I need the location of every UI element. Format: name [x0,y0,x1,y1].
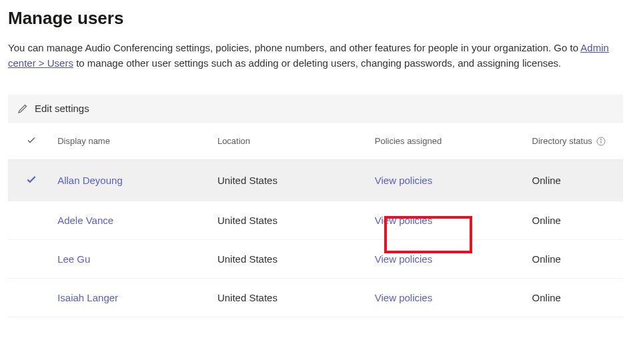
check-icon [26,135,37,147]
user-location: United States [217,215,375,226]
user-status: Online [532,292,623,303]
view-policies-link[interactable]: View policies [375,175,432,186]
column-header-policies[interactable]: Policies assigned [375,136,532,146]
user-location: United States [217,292,375,303]
row-checkbox[interactable] [8,173,55,187]
column-header-select[interactable] [8,135,55,147]
description-suffix: to manage other user settings such as ad… [73,57,561,69]
user-status: Online [532,175,623,186]
user-name-link[interactable]: Lee Gu [57,253,90,265]
table-row[interactable]: Allan Deyoung United States View policie… [8,160,623,201]
check-icon [25,173,37,187]
user-name-link[interactable]: Isaiah Langer [57,292,118,303]
table-header: Display name Location Policies assigned … [8,123,623,160]
edit-settings-button[interactable]: Edit settings [35,103,89,114]
page-description: You can manage Audio Conferencing settin… [8,41,623,71]
column-header-status-label: Directory status [532,136,592,146]
view-policies-link[interactable]: View policies [375,292,432,303]
table-row[interactable]: Isaiah Langer United States View policie… [8,279,623,317]
toolbar: Edit settings [8,95,623,123]
column-header-status[interactable]: Directory status [532,136,623,146]
user-name-link[interactable]: Adele Vance [57,215,113,226]
user-status: Online [532,253,623,265]
user-name-link[interactable]: Allan Deyoung [57,175,123,186]
user-location: United States [217,175,375,186]
svg-point-2 [600,139,601,139]
table-row[interactable]: Lee Gu United States View policies Onlin… [8,240,623,279]
column-header-name[interactable]: Display name [55,136,217,146]
user-location: United States [217,253,375,265]
page-title: Manage users [8,8,623,29]
edit-icon [17,103,28,114]
info-icon[interactable] [596,137,606,146]
view-policies-link[interactable]: View policies [375,215,432,226]
user-status: Online [532,215,623,226]
view-policies-link[interactable]: View policies [375,253,432,265]
column-header-location[interactable]: Location [217,136,375,146]
users-table: Display name Location Policies assigned … [8,123,623,317]
table-row[interactable]: Adele Vance United States View policies … [8,201,623,240]
description-prefix: You can manage Audio Conferencing settin… [8,42,580,53]
